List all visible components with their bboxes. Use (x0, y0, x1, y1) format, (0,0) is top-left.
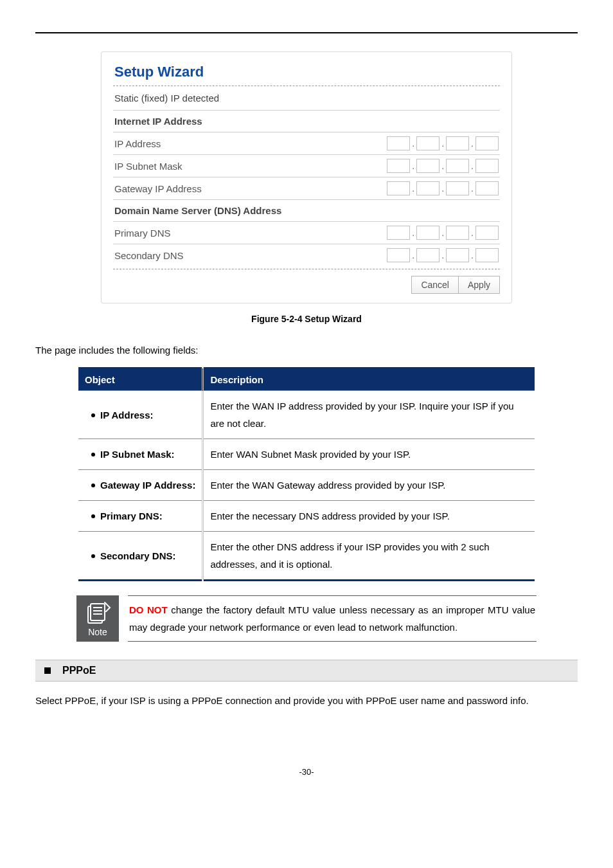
row-ip-address: IP Address . . . (113, 132, 500, 155)
bullet-icon (91, 484, 95, 487)
section-pppoe-heading: PPPoE (35, 660, 578, 682)
bullet-icon (91, 514, 95, 518)
intro-paragraph: The page includes the following fields: (35, 345, 578, 356)
bullet-icon (91, 554, 95, 558)
subnet-oct2[interactable] (416, 159, 440, 173)
dot-icon: . (411, 250, 415, 260)
dot-icon: . (411, 228, 415, 238)
note-label: Note (88, 627, 107, 637)
gateway-oct4[interactable] (475, 181, 499, 195)
dot-icon: . (411, 161, 415, 171)
obj-desc: Enter the WAN IP address provided by you… (203, 391, 535, 439)
dot-icon: . (470, 250, 474, 260)
obj-desc: Enter the necessary DNS address provided… (203, 501, 535, 532)
obj-desc: Enter the WAN Gateway address provided b… (203, 470, 535, 501)
description-table-wrap: Object Description IP Address: Enter the… (78, 367, 535, 581)
svg-rect-1 (91, 604, 105, 620)
subnet-mask-input-group: . . . (387, 159, 499, 173)
ip-address-input-group: . . . (387, 136, 499, 150)
table-row: Secondary DNS: Enter the other DNS addre… (78, 532, 535, 581)
ip-address-oct2[interactable] (416, 136, 440, 150)
gateway-input-group: . . . (387, 181, 499, 195)
sdns-oct3[interactable] (446, 248, 469, 262)
pdns-oct1[interactable] (387, 226, 410, 240)
label-ip-address: IP Address (114, 138, 161, 149)
row-secondary-dns: Secondary DNS . . . (113, 244, 500, 266)
note-icon: Note (76, 595, 119, 642)
bullet-icon (91, 413, 95, 417)
dot-icon: . (411, 183, 415, 194)
dot-icon: . (441, 250, 445, 260)
dot-icon: . (441, 138, 445, 149)
ip-address-oct4[interactable] (475, 136, 499, 150)
dot-icon: . (441, 161, 445, 171)
dot-icon: . (411, 138, 415, 149)
dot-icon: . (470, 138, 474, 149)
pdns-oct2[interactable] (416, 226, 440, 240)
note-text-wrap: DO NOT change the factory default MTU va… (128, 595, 537, 642)
obj-label: Gateway IP Address: (100, 480, 195, 491)
row-gateway: Gateway IP Address . . . (113, 177, 500, 200)
label-primary-dns: Primary DNS (114, 228, 171, 239)
obj-label: Primary DNS: (100, 511, 163, 521)
note-block: Note DO NOT change the factory default M… (76, 595, 537, 642)
dot-icon: . (441, 228, 445, 238)
cancel-button[interactable]: Cancel (411, 276, 459, 294)
dot-icon: . (470, 228, 474, 238)
table-row: IP Address: Enter the WAN IP address pro… (78, 391, 535, 439)
subnet-oct1[interactable] (387, 159, 410, 173)
dot-icon: . (470, 161, 474, 171)
page-number: -30- (35, 767, 578, 777)
table-row: IP Subnet Mask: Enter WAN Subnet Mask pr… (78, 439, 535, 470)
pdns-oct3[interactable] (446, 226, 469, 240)
obj-label: IP Subnet Mask: (100, 449, 175, 460)
row-subnet-mask: IP Subnet Mask . . . (113, 155, 500, 177)
gateway-oct2[interactable] (416, 181, 440, 195)
obj-desc: Enter the other DNS address if your ISP … (203, 532, 535, 581)
gateway-oct1[interactable] (387, 181, 410, 195)
description-table: Object Description IP Address: Enter the… (78, 367, 535, 581)
pdns-oct4[interactable] (475, 226, 499, 240)
sdns-oct1[interactable] (387, 248, 410, 262)
dot-icon: . (470, 183, 474, 194)
label-gateway: Gateway IP Address (114, 183, 202, 194)
label-subnet-mask: IP Subnet Mask (114, 161, 182, 172)
wizard-title: Setup Wizard (113, 61, 500, 86)
label-secondary-dns: Secondary DNS (114, 250, 184, 261)
square-bullet-icon (44, 667, 51, 674)
apply-button[interactable]: Apply (459, 276, 500, 294)
subnet-oct3[interactable] (446, 159, 469, 173)
section-dns: Domain Name Server (DNS) Address (113, 200, 500, 222)
note-rest: change the factory default MTU value unl… (129, 604, 535, 633)
dot-icon: . (441, 183, 445, 194)
figure-caption: Figure 5-2-4 Setup Wizard (35, 314, 578, 324)
top-rule (35, 32, 578, 33)
note-text: DO NOT change the factory default MTU va… (129, 601, 535, 636)
ip-address-oct1[interactable] (387, 136, 410, 150)
obj-label: Secondary DNS: (100, 550, 176, 561)
sdns-oct4[interactable] (475, 248, 499, 262)
gateway-oct3[interactable] (446, 181, 469, 195)
pppoe-heading-text: PPPoE (62, 665, 96, 676)
th-description: Description (203, 368, 535, 391)
do-not-text: DO NOT (129, 604, 168, 615)
obj-label: IP Address: (100, 410, 154, 420)
pppoe-body: Select PPPoE, if your ISP is using a PPP… (35, 692, 578, 709)
setup-wizard-panel: Setup Wizard Static (fixed) IP detected … (101, 51, 512, 303)
subnet-oct4[interactable] (475, 159, 499, 173)
wizard-buttons: Cancel Apply (113, 269, 500, 295)
wizard-subtitle: Static (fixed) IP detected (113, 86, 500, 111)
ip-address-oct3[interactable] (446, 136, 469, 150)
sdns-oct2[interactable] (416, 248, 440, 262)
row-primary-dns: Primary DNS . . . (113, 222, 500, 244)
bullet-icon (91, 453, 95, 457)
primary-dns-input-group: . . . (387, 226, 499, 240)
table-row: Gateway IP Address: Enter the WAN Gatewa… (78, 470, 535, 501)
section-internet-ip: Internet IP Address (113, 111, 500, 132)
secondary-dns-input-group: . . . (387, 248, 499, 262)
table-row: Primary DNS: Enter the necessary DNS add… (78, 501, 535, 532)
th-object: Object (78, 368, 203, 391)
obj-desc: Enter WAN Subnet Mask provided by your I… (203, 439, 535, 470)
